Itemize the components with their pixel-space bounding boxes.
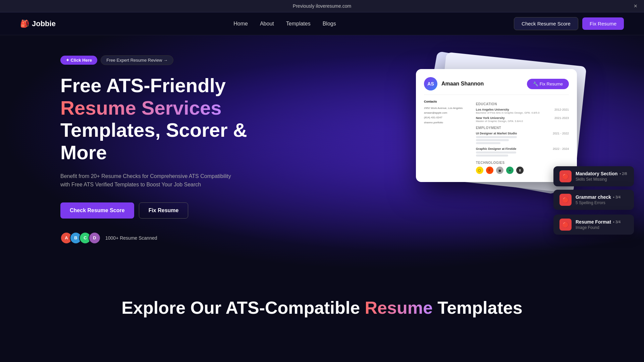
grammar-icon: 🔴 bbox=[559, 194, 572, 206]
score-card-mandatory: 🔴 Mandatory Section • 2/8 Skills Set Mis… bbox=[553, 166, 634, 186]
format-icon: 🔴 bbox=[559, 219, 572, 231]
logo-icon: 🎒 bbox=[20, 19, 29, 28]
resume-employment-label: Employment bbox=[476, 126, 569, 130]
resume-person-name: Amaan Shannon bbox=[441, 81, 484, 87]
hero-content: ✦ Click Here Free Expert Resume Review →… bbox=[60, 55, 247, 244]
nav-fix-resume-button[interactable]: Fix Resume bbox=[582, 17, 624, 30]
grammar-content: Grammar check • 3/4 5 Spelling Errors bbox=[576, 194, 621, 205]
score-card-grammar: 🔴 Grammar check • 3/4 5 Spelling Errors bbox=[553, 190, 634, 210]
tech-icon-2: F bbox=[486, 167, 493, 174]
resume-edu2: New York University Master of Graphic De… bbox=[476, 116, 569, 123]
format-desc: Image Found bbox=[576, 225, 621, 230]
hero-title-line2: Resume Services bbox=[60, 97, 221, 119]
mandatory-content: Mandatory Section • 2/8 Skills Set Missi… bbox=[576, 171, 627, 182]
nav-about[interactable]: About bbox=[260, 21, 274, 26]
format-badge: • 3/4 bbox=[613, 220, 621, 224]
nav-templates[interactable]: Templates bbox=[286, 21, 311, 26]
social-proof: A B C D 1000+ Resume Scanned bbox=[60, 232, 247, 244]
hero-title: Free ATS-Friendly Resume Services Templa… bbox=[60, 74, 247, 164]
grammar-title: Grammar check bbox=[576, 194, 611, 200]
resume-avatar: AS bbox=[424, 77, 437, 90]
nav-links: Home About Templates Blogs bbox=[233, 21, 336, 27]
hero-buttons: Check Resume Score Fix Resume bbox=[60, 202, 247, 219]
badge-click[interactable]: ✦ Click Here bbox=[60, 56, 97, 65]
bottom-title-part1: Explore Our ATS-Compatible bbox=[121, 298, 360, 317]
resume-edu1: Los Angeles University Bachelor of Fine … bbox=[476, 108, 569, 114]
resume-emp1: UI Designer at Market Studio 2021 - 2022 bbox=[476, 132, 569, 145]
resume-tech-label: Technologies bbox=[476, 161, 569, 165]
hero-badge: ✦ Click Here Free Expert Resume Review → bbox=[60, 55, 173, 65]
avatars: A B C D bbox=[60, 232, 101, 244]
logo-text: Jobbie bbox=[32, 19, 56, 28]
announcement-close[interactable]: × bbox=[634, 3, 637, 10]
resume-emp2: Graphic Designer at Firstide 2022 - 2024 bbox=[476, 147, 569, 158]
nav-blogs[interactable]: Blogs bbox=[323, 21, 336, 26]
tech-icon-3: ◼ bbox=[496, 167, 503, 174]
hero-title-line3: Templates, Scorer & bbox=[60, 119, 247, 141]
grammar-badge: • 3/4 bbox=[613, 195, 621, 199]
format-title: Resume Format bbox=[576, 219, 611, 225]
bottom-title: Explore Our ATS-Compatible Resume Templa… bbox=[20, 298, 624, 318]
tech-icon-1: ⬡ bbox=[476, 167, 483, 174]
hero-section: ✦ Click Here Free Expert Resume Review →… bbox=[0, 35, 644, 271]
resume-fix-button[interactable]: 🔧 Fix Resume bbox=[527, 79, 569, 89]
resume-contacts: Contacts 2952 Work Avenue, Los Angeles a… bbox=[424, 99, 471, 125]
announcement-bar: Previously iloveresume.com × bbox=[0, 0, 644, 12]
bottom-section: Explore Our ATS-Compatible Resume Templa… bbox=[0, 271, 644, 331]
hero-title-line4: More bbox=[60, 141, 107, 163]
bottom-title-part2: Templates bbox=[437, 298, 522, 317]
resume-card-header: AS Amaan Shannon 🔧 Fix Resume bbox=[424, 77, 569, 95]
nav-home[interactable]: Home bbox=[233, 21, 248, 26]
grammar-desc: 5 Spelling Errors bbox=[576, 200, 621, 205]
mandatory-icon: 🔴 bbox=[559, 170, 572, 182]
resume-education-label: Education bbox=[476, 102, 569, 106]
mandatory-desc: Skills Set Missing bbox=[576, 177, 627, 182]
badge-text[interactable]: Free Expert Resume Review → bbox=[101, 55, 173, 65]
mandatory-title: Mandatory Section bbox=[576, 171, 618, 176]
resume-card: AS Amaan Shannon 🔧 Fix Resume Contacts 2… bbox=[416, 69, 577, 182]
hero-fix-resume-button[interactable]: Fix Resume bbox=[139, 202, 189, 219]
hero-title-line1: Free ATS-Friendly bbox=[60, 74, 226, 96]
navbar: 🎒 Jobbie Home About Templates Blogs Chec… bbox=[0, 12, 644, 35]
mandatory-badge: • 2/8 bbox=[620, 172, 627, 176]
tech-icon-4: ✦ bbox=[506, 167, 514, 174]
nav-check-score-button[interactable]: Check Resume Score bbox=[514, 17, 578, 30]
score-card-format: 🔴 Resume Format • 3/4 Image Found bbox=[553, 215, 634, 235]
logo[interactable]: 🎒 Jobbie bbox=[20, 19, 56, 28]
hero-subtitle: Benefit from 20+ Resume Checks for Compr… bbox=[60, 172, 241, 189]
tech-icon-5: ⬆ bbox=[516, 167, 524, 174]
nav-actions: Check Resume Score Fix Resume bbox=[514, 17, 624, 30]
announcement-text: Previously iloveresume.com bbox=[293, 3, 351, 9]
bottom-title-highlight: Resume bbox=[365, 298, 433, 317]
hero-check-score-button[interactable]: Check Resume Score bbox=[60, 202, 134, 219]
avatar-4: D bbox=[89, 232, 101, 244]
format-content: Resume Format • 3/4 Image Found bbox=[576, 219, 621, 230]
hero-visual: AS Amaan Shannon 🔧 Fix Resume Contacts 2… bbox=[396, 56, 624, 243]
social-proof-text: 1000+ Resume Scanned bbox=[105, 235, 157, 241]
